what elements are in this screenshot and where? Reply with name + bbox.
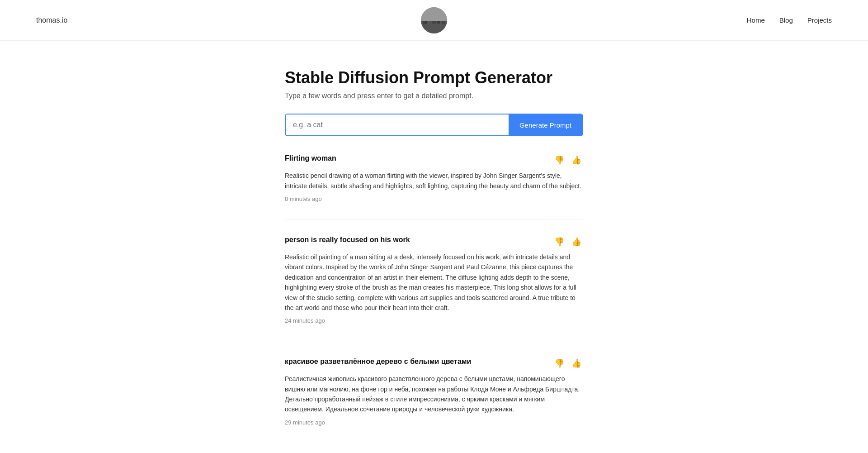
thumbdown-button[interactable]: 👎	[552, 154, 566, 166]
page-subtitle: Type a few words and press enter to get …	[285, 92, 583, 100]
thumbup-button[interactable]: 👍	[570, 358, 583, 369]
avatar	[421, 7, 447, 33]
site-header: thomas.io Home	[0, 0, 868, 41]
card-body: Реалистичная живопись красивого разветвл…	[285, 374, 583, 415]
card-body: Realistic pencil drawing of a woman flir…	[285, 171, 583, 191]
nav-blog[interactable]: Blog	[779, 16, 793, 24]
prompt-card: Flirting woman 👎 👍 Realistic pencil draw…	[285, 154, 583, 219]
card-title: красивое разветвлённое дерево с белыми ц…	[285, 358, 471, 366]
card-body: Realistic oil painting of a man sitting …	[285, 252, 583, 313]
card-timestamp: 29 minutes ago	[285, 419, 325, 426]
card-timestamp: 24 minutes ago	[285, 317, 325, 324]
card-actions: 👎 👍	[552, 236, 583, 248]
nav-projects[interactable]: Projects	[807, 16, 832, 24]
main-content: Stable Diffusion Prompt Generator Type a…	[276, 41, 592, 453]
card-title: Flirting woman	[285, 154, 336, 162]
thumbup-button[interactable]: 👍	[570, 154, 583, 166]
card-actions: 👎 👍	[552, 154, 583, 166]
thumbdown-button[interactable]: 👎	[552, 236, 566, 248]
main-nav: Home Blog Projects	[747, 16, 832, 24]
prompt-form: Generate Prompt	[285, 114, 583, 136]
thumbup-button[interactable]: 👍	[570, 236, 583, 248]
thumbdown-button[interactable]: 👎	[552, 358, 566, 369]
card-title: person is really focused on his work	[285, 236, 410, 244]
prompt-card: красивое разветвлённое дерево с белыми ц…	[285, 358, 583, 443]
prompt-input[interactable]	[286, 114, 509, 135]
card-header: красивое разветвлённое дерево с белыми ц…	[285, 358, 583, 369]
page-title: Stable Diffusion Prompt Generator	[285, 68, 583, 87]
card-header: Flirting woman 👎 👍	[285, 154, 583, 166]
logo-link[interactable]: thomas.io	[36, 16, 67, 24]
svg-rect-8	[421, 7, 447, 21]
avatar-wrapper	[421, 7, 447, 33]
card-actions: 👎 👍	[552, 358, 583, 369]
card-header: person is really focused on his work 👎 👍	[285, 236, 583, 248]
prompt-card: person is really focused on his work 👎 👍…	[285, 236, 583, 341]
nav-home[interactable]: Home	[747, 16, 765, 24]
prompt-list: Flirting woman 👎 👍 Realistic pencil draw…	[285, 154, 583, 443]
card-timestamp: 8 minutes ago	[285, 196, 322, 202]
generate-button[interactable]: Generate Prompt	[509, 114, 582, 135]
